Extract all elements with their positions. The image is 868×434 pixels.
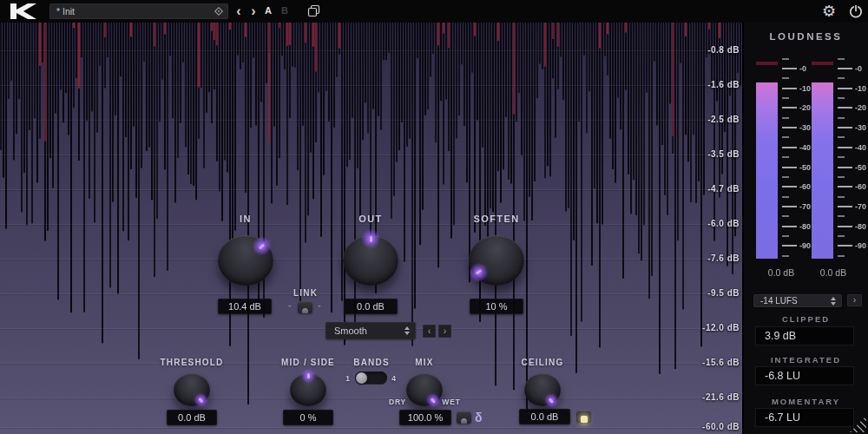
db-scale-label: -12.0 dB	[702, 323, 740, 332]
meter-tick-label: -0	[799, 64, 806, 73]
db-scale-label: -1.6 dB	[707, 80, 740, 89]
clipped-label: CLIPPED	[744, 314, 868, 324]
meter-minor-tick	[782, 156, 789, 158]
db-scale-label: -6.0 dB	[707, 219, 740, 228]
mix-value[interactable]: 100.0 %	[399, 410, 451, 425]
db-scale-label: -21.6 dB	[702, 392, 740, 402]
plugin-window: * Init ‹ › A B ⚙ -0.8 dB-1.6 dB-2.5 dB-3…	[0, 0, 868, 434]
meter-tick	[782, 127, 797, 128]
meter-tick	[782, 107, 797, 108]
copy-preset-icon[interactable]	[307, 4, 320, 17]
mode-select[interactable]: Smooth	[326, 322, 416, 339]
loudness-meter-left	[756, 82, 778, 259]
link-label: LINK	[279, 288, 332, 298]
preset-prev-button[interactable]: ‹	[232, 0, 246, 23]
ceiling-led-button[interactable]	[576, 411, 591, 423]
in-knob[interactable]	[218, 235, 273, 286]
bands-max-label: 4	[390, 374, 398, 383]
link-button[interactable]	[298, 301, 312, 313]
ceiling-value[interactable]: 0.0 dB	[519, 409, 570, 424]
meter-minor-tick	[838, 117, 845, 119]
loudness-meter-right	[812, 82, 833, 259]
settings-gear-icon[interactable]: ⚙	[822, 0, 836, 23]
midside-value[interactable]: 0 %	[283, 410, 333, 425]
in-value[interactable]: 10.4 dB	[218, 299, 272, 314]
meter-tick-label: -60	[855, 182, 866, 191]
select-arrows-icon	[404, 326, 411, 335]
meter-tick-label: -90	[799, 241, 811, 250]
mode-prev-button[interactable]: ‹	[423, 325, 436, 338]
meter-minor-tick	[838, 196, 845, 198]
lufs-target-select[interactable]: -14 LUFS	[753, 294, 842, 307]
meter-tick-label: -80	[855, 222, 866, 231]
out-knob[interactable]	[343, 235, 398, 286]
select-arrows-icon	[830, 297, 837, 306]
db-scale-label: -2.5 dB	[707, 115, 740, 124]
preset-menu-icon[interactable]	[214, 6, 224, 16]
link-dash-right: -	[318, 299, 321, 310]
meter-tick	[782, 245, 797, 247]
integrated-label: INTEGRATED	[744, 355, 868, 365]
meter-minor-tick	[838, 77, 845, 79]
meter-tick-label: -30	[799, 123, 811, 132]
meter-minor-tick	[782, 215, 789, 217]
soften-label: SOFTEN	[444, 214, 549, 224]
threshold-knob[interactable]	[174, 373, 210, 406]
waveform-display: -0.8 dB-1.6 dB-2.5 dB-3.5 dB-4.7 dB-6.0 …	[0, 23, 744, 434]
meter-tick	[838, 88, 852, 89]
bands-toggle[interactable]	[355, 372, 387, 385]
preset-selector[interactable]: * Init	[49, 3, 228, 19]
meter-tick	[838, 206, 852, 207]
meter-minor-tick	[838, 136, 845, 138]
meter-clip-indicator	[812, 62, 833, 65]
power-icon[interactable]	[848, 3, 864, 19]
loudness-panel: LOUDNESS -0-10-20-30-40-50-60-70-80-90 -…	[742, 23, 868, 434]
preset-name: * Init	[56, 6, 75, 16]
mode-next-button[interactable]: ›	[438, 325, 451, 338]
meter-tick	[838, 127, 852, 128]
meter-tick-label: -70	[855, 202, 866, 211]
meter-minor-tick	[838, 235, 845, 237]
meter-minor-tick	[782, 255, 789, 257]
meter-tick-label: -40	[799, 143, 811, 152]
meter-tick-label: -0	[855, 64, 862, 73]
meter-minor-tick	[782, 97, 789, 99]
loudness-title: LOUDNESS	[744, 31, 868, 42]
bands-min-label: 1	[344, 374, 352, 383]
meter-tick-label: -70	[799, 202, 811, 211]
meter-readout-left: 0.0 dB	[753, 267, 810, 278]
threshold-value[interactable]: 0.0 dB	[167, 410, 217, 425]
out-value[interactable]: 0.0 dB	[344, 299, 398, 314]
meter-clip-indicator	[756, 62, 778, 65]
soften-knob[interactable]	[469, 235, 524, 286]
lufs-target-value: -14 LUFS	[760, 296, 798, 306]
midside-knob[interactable]	[290, 373, 326, 406]
meter-tick	[838, 107, 852, 108]
meter-minor-tick	[782, 136, 789, 138]
meter-tick-label: -60	[799, 182, 811, 191]
mix-aux-button[interactable]	[457, 411, 471, 424]
meter-tick	[838, 245, 852, 247]
momentary-value: -6.7 LU	[755, 408, 854, 427]
ab-compare-b-button[interactable]: B	[278, 0, 292, 23]
preset-next-button[interactable]: ›	[247, 0, 260, 23]
meter-tick	[782, 206, 797, 207]
meter-tick-label: -20	[799, 103, 811, 112]
ab-compare-a-button[interactable]: A	[261, 0, 275, 23]
soften-value[interactable]: 10 %	[470, 299, 523, 314]
mix-label: MIX	[372, 358, 477, 367]
meter-tick-label: -50	[855, 163, 866, 172]
meter-minor-tick	[782, 117, 789, 119]
meter-minor-tick	[782, 196, 789, 198]
lufs-go-button[interactable]: ›	[847, 294, 862, 306]
db-scale-label: -9.5 dB	[707, 288, 740, 298]
meter-tick	[838, 167, 852, 168]
meter-tick	[782, 68, 797, 69]
meter-minor-tick	[838, 215, 845, 217]
meter-readout-right: 0.0 dB	[805, 267, 862, 278]
ceiling-knob[interactable]	[524, 373, 561, 406]
meter-minor-tick	[782, 235, 789, 237]
meter-tick	[838, 186, 852, 187]
meter-minor-tick	[838, 176, 845, 178]
db-scale-label: -7.6 dB	[707, 253, 740, 263]
